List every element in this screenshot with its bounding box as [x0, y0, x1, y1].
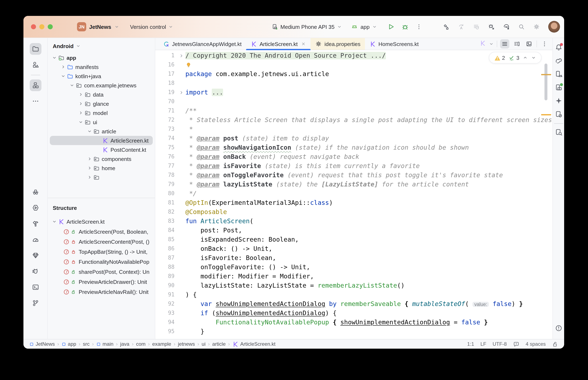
structure-item[interactable]: f FunctionalityNotAvailablePop	[48, 257, 155, 267]
hexagon-play-button[interactable]	[29, 202, 41, 214]
structure-item[interactable]: f TopAppBar(String, () -> Unit,	[48, 247, 155, 257]
tab-idea-properties[interactable]: idea.properties	[311, 38, 365, 50]
avatar[interactable]	[548, 21, 560, 33]
tree-item-com-example-jetnews[interactable]: com.example.jetnews	[50, 81, 153, 90]
inspection-widget[interactable]: 2 3	[489, 52, 542, 64]
chevron-right-icon[interactable]	[86, 175, 93, 180]
structure-squares-button[interactable]	[29, 79, 41, 91]
code-line[interactable]: 74 * @param post (state) item to display	[155, 134, 552, 143]
code-line[interactable]: 90 lazyListState: LazyListState = rememb…	[155, 281, 552, 290]
git-branch-button[interactable]	[29, 297, 41, 309]
profiler-gauge-button[interactable]	[29, 234, 41, 245]
chevron-right-icon[interactable]	[78, 110, 84, 115]
build-hammer2-button[interactable]	[29, 218, 41, 229]
line-separator[interactable]: LF	[480, 341, 486, 347]
caret-position[interactable]: 1:1	[467, 341, 474, 347]
breadcrumb-item[interactable]: example	[152, 341, 171, 347]
breadcrumb-item[interactable]: com	[136, 341, 145, 347]
code-line[interactable]: 91 ) {	[155, 290, 552, 299]
logcat-cat-button[interactable]	[29, 266, 41, 277]
encoding[interactable]: UTF-8	[493, 341, 507, 347]
tree-item-home[interactable]: home	[50, 163, 153, 173]
code-line[interactable]: 77 * @param isFavorite (state) is this i…	[155, 161, 552, 171]
build-hammer-icon[interactable]	[443, 23, 449, 30]
code-line[interactable]: 95 }	[155, 327, 552, 336]
device-search-button[interactable]	[553, 127, 564, 137]
close-window-button[interactable]	[31, 24, 36, 29]
code-line[interactable]: 70	[155, 97, 552, 106]
tree-item-kotlin-java[interactable]: kotlin+java	[50, 72, 153, 81]
project-folder-button[interactable]	[29, 43, 41, 55]
breadcrumb-item[interactable]: main	[96, 341, 113, 347]
tree-item-data[interactable]: data	[50, 90, 153, 99]
unlocked-icon[interactable]	[552, 341, 558, 347]
code-line[interactable]: 93 if (showUnimplementedActionDialog) {	[155, 308, 552, 318]
tab-list-dropdown[interactable]	[489, 41, 494, 46]
code-line[interactable]: 76 * @param onBack (event) request navig…	[155, 152, 552, 161]
redo-action-icon[interactable]	[458, 23, 465, 30]
editor-more-button[interactable]	[540, 39, 549, 49]
structure-item[interactable]: f PreviewArticleNavRail(): Unit	[48, 287, 155, 297]
tab-articlescreen-kt[interactable]: ArticleScreen.kt	[246, 38, 310, 50]
attach-debugger-icon[interactable]	[488, 23, 495, 30]
next-problem-button[interactable]	[531, 55, 536, 60]
code-line[interactable]: 94 FunctionalityNotAvailablePopup { show…	[155, 318, 552, 327]
tree-item-manifests[interactable]: manifests	[50, 62, 153, 72]
settings-gear-icon[interactable]	[533, 23, 540, 30]
breadcrumb-item[interactable]: JetNews	[29, 341, 55, 347]
code-line[interactable]: 18	[155, 79, 552, 88]
chevron-right-icon[interactable]	[86, 166, 93, 171]
tree-item-app[interactable]: app	[50, 53, 153, 62]
code-line[interactable]: 84 post: Post,	[155, 226, 552, 235]
device-manager-button[interactable]	[553, 69, 564, 79]
incognito-button[interactable]	[29, 186, 41, 198]
tree-item[interactable]	[50, 173, 153, 182]
problems-button[interactable]	[553, 323, 564, 333]
code-line[interactable]: 73 *	[155, 125, 552, 134]
code-line[interactable]: 88 onToggleFavorite: () -> Unit,	[155, 263, 552, 272]
tree-item-components[interactable]: components	[50, 154, 153, 163]
code-line[interactable]: 86 onBack: () -> Unit,	[155, 244, 552, 253]
fold-chevron-icon[interactable]	[179, 53, 183, 58]
more-run-options-button[interactable]	[416, 23, 422, 30]
chevron-down-icon[interactable]	[51, 55, 58, 60]
code-line[interactable]: 89 modifier: Modifier = Modifier,	[155, 272, 552, 281]
chevron-down-icon[interactable]	[69, 83, 75, 88]
code-line[interactable]: 72 * Stateless Article Screen that displ…	[155, 115, 552, 125]
tree-item-article[interactable]: article	[50, 127, 153, 136]
chevron-right-icon[interactable]	[86, 156, 93, 161]
chevron-right-icon[interactable]	[78, 101, 84, 106]
code-line[interactable]: 85 isExpandedScreen: Boolean,	[155, 235, 552, 244]
editor-scrollbar[interactable]	[545, 64, 547, 100]
tree-item-ui[interactable]: ui	[50, 117, 153, 127]
chevron-down-icon[interactable]	[86, 129, 93, 134]
code-line[interactable]: 83 fun ArticleScreen(	[155, 217, 552, 226]
tree-item-postcontent-kt[interactable]: PostContent.kt	[50, 145, 153, 154]
chevron-right-icon[interactable]	[78, 92, 84, 97]
structure-root[interactable]: ArticleScreen.kt	[48, 217, 155, 227]
chevron-down-icon[interactable]	[51, 219, 58, 224]
breadcrumb-item[interactable]: java	[120, 341, 129, 347]
list-sync-icon[interactable]	[473, 23, 480, 30]
code-line[interactable]: 82 @Composable	[155, 207, 552, 217]
notification-bubble-icon[interactable]	[513, 341, 519, 347]
tree-item-articlescreen-kt[interactable]: ArticleScreen.kt	[50, 136, 153, 145]
tree-item-model[interactable]: model	[50, 108, 153, 117]
notifications-bell-button[interactable]	[553, 42, 564, 52]
gemini-sparkle-button[interactable]	[553, 96, 564, 106]
code-area[interactable]: 1 / Copyright 2020 The Android Open Sour…	[155, 50, 552, 339]
code-line[interactable]: 17 package com.example.jetnews.ui.articl…	[155, 69, 552, 79]
chevron-right-icon[interactable]	[60, 64, 66, 69]
intention-bulb-icon[interactable]	[185, 62, 192, 68]
run-button[interactable]	[387, 23, 395, 31]
code-line[interactable]: 71 /**	[155, 106, 552, 115]
breadcrumb-item[interactable]: app	[61, 341, 76, 347]
breadcrumb-item[interactable]: ui	[202, 341, 206, 347]
chevron-down-icon[interactable]	[78, 120, 84, 125]
terminal-button[interactable]	[29, 281, 41, 293]
code-line[interactable]: 19 import ...	[155, 88, 552, 97]
structure-item[interactable]: f sharePost(Post, Context): Un	[48, 267, 155, 277]
search-icon[interactable]	[518, 23, 525, 30]
prev-problem-button[interactable]	[523, 55, 528, 60]
breadcrumb-item[interactable]: jetnews	[178, 341, 195, 347]
